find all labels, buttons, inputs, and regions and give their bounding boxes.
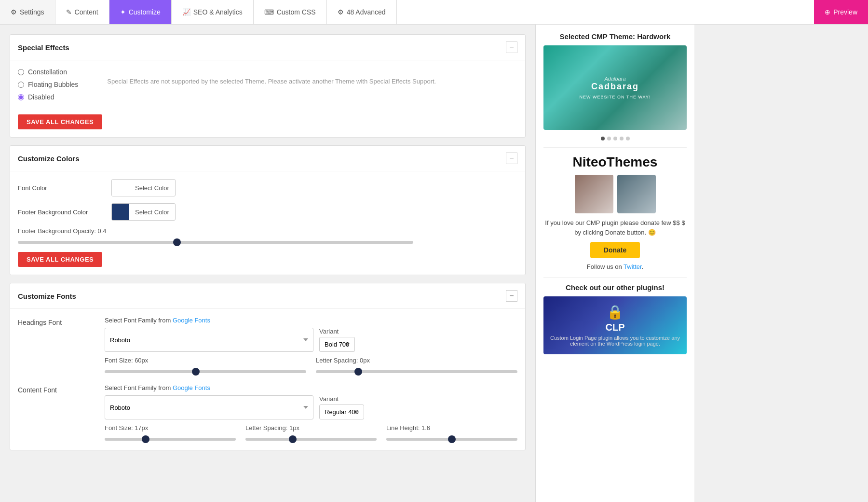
- customize-fonts-panel: Customize Fonts − Headings Font Select F…: [10, 283, 526, 450]
- theme-carousel-dots: [543, 137, 687, 140]
- opacity-slider-group: Footer Background Opacity: 0.4: [18, 227, 517, 245]
- content-font-controls: Select Font Family from Google Fonts Rob…: [105, 384, 517, 442]
- tab-css[interactable]: ⌨ Custom CSS: [254, 0, 327, 24]
- customize-colors-body: Font Color Select Color Footer Backgroun…: [10, 171, 525, 275]
- customize-colors-panel: Customize Colors − Font Color Select Col…: [10, 145, 526, 275]
- dot-2[interactable]: [607, 137, 611, 140]
- other-plugins-section: Check out our other plugins! 🔒 CLP Custo…: [543, 283, 687, 354]
- special-effects-panel: Special Effects − Constellation Floating…: [10, 34, 526, 138]
- donate-button[interactable]: Donate: [590, 242, 640, 258]
- special-effects-toggle[interactable]: −: [506, 42, 517, 53]
- tab-settings[interactable]: ⚙ Settings: [0, 0, 55, 24]
- font-color-swatch: [112, 180, 129, 196]
- headings-variant-col: Variant Bold 700: [319, 328, 517, 352]
- option-disabled[interactable]: Disabled: [18, 93, 78, 101]
- headings-google-fonts-link[interactable]: Google Fonts: [173, 317, 210, 324]
- content-sliders: Font Size: 17px Letter Spacing: 1px Line…: [105, 424, 517, 442]
- disabled-radio[interactable]: [18, 94, 24, 100]
- seo-icon: 📈: [182, 8, 190, 16]
- content-icon: ✎: [66, 8, 72, 16]
- font-color-button[interactable]: Select Color: [111, 179, 176, 196]
- niteo-section: NiteoThemes If you love our CMP plugin p…: [543, 147, 687, 278]
- tab-seo[interactable]: 📈 SEO & Analytics: [172, 0, 254, 24]
- tab-customize[interactable]: ✦ Customize: [109, 0, 172, 24]
- customize-fonts-toggle[interactable]: −: [506, 290, 517, 302]
- tab-content[interactable]: ✎ Content: [55, 0, 109, 24]
- footer-bg-color-swatch: [112, 204, 129, 220]
- dot-3[interactable]: [613, 137, 617, 140]
- headings-font-controls: Select Font Family from Google Fonts Rob…: [105, 317, 517, 375]
- headings-sliders: Font Size: 60px Letter Spacing: 0px: [105, 357, 517, 375]
- content-line-height-group: Line Height: 1.6: [386, 424, 517, 442]
- avatar-1: [575, 175, 613, 213]
- dot-5[interactable]: [626, 137, 630, 140]
- headings-font-family-select[interactable]: Roboto: [105, 328, 313, 352]
- font-color-row: Font Color Select Color: [18, 179, 517, 196]
- content-google-fonts-link[interactable]: Google Fonts: [173, 384, 210, 391]
- opacity-slider[interactable]: [18, 241, 413, 244]
- follow-text: Follow us on Twitter.: [543, 263, 687, 270]
- avatar-2: [617, 175, 656, 213]
- special-effects-body: Constellation Floating Bubbles Disabled …: [10, 60, 525, 137]
- headings-font-selects: Roboto Variant Bold 700: [105, 328, 517, 352]
- headings-variant-select[interactable]: Bold 700: [319, 337, 355, 352]
- plugin-lock-icon: 🔒: [607, 304, 624, 320]
- css-icon: ⌨: [264, 8, 274, 16]
- plugin-label: CLP: [606, 322, 625, 333]
- customize-fonts-header: Customize Fonts −: [10, 283, 525, 309]
- content-font-selects: Roboto Variant Regular 400: [105, 395, 517, 419]
- twitter-link[interactable]: Twitter: [624, 263, 642, 270]
- option-constellation[interactable]: Constellation: [18, 68, 78, 76]
- opacity-label: Footer Background Opacity: 0.4: [18, 227, 517, 235]
- niteo-description: If you love our CMP plugin please donate…: [543, 218, 687, 237]
- plugin-description: Custom Login Page plugin allows you to c…: [543, 335, 687, 347]
- other-plugins-title: Check out our other plugins!: [543, 283, 687, 292]
- headings-letter-spacing-slider[interactable]: [316, 370, 517, 373]
- niteo-avatars: [543, 175, 687, 213]
- special-effects-header: Special Effects −: [10, 35, 525, 60]
- main-content: Special Effects − Constellation Floating…: [0, 25, 535, 502]
- footer-bg-color-label: Footer Background Color: [18, 209, 105, 216]
- constellation-radio[interactable]: [18, 69, 24, 75]
- option-floating-bubbles[interactable]: Floating Bubbles: [18, 81, 78, 88]
- preview-icon: ⊕: [825, 8, 830, 16]
- content-font-label-col: Content Font: [18, 384, 95, 442]
- special-effects-title: Special Effects: [18, 43, 69, 52]
- sidebar: Selected CMP Theme: Hardwork Adalbara Ca…: [535, 25, 694, 502]
- special-effects-save-button[interactable]: SAVE ALL CHANGES: [18, 114, 102, 129]
- tab-preview[interactable]: ⊕ Preview: [814, 0, 868, 24]
- headings-font-size-group: Font Size: 60px: [105, 357, 306, 375]
- content-line-height-slider[interactable]: [386, 438, 517, 441]
- content-font-row: Content Font Select Font Family from Goo…: [18, 384, 517, 442]
- special-effects-note: Special Effects are not supported by the…: [93, 68, 450, 109]
- plugin-preview: 🔒 CLP Custom Login Page plugin allows yo…: [543, 296, 687, 354]
- content-letter-spacing-slider[interactable]: [245, 438, 377, 441]
- content-variant-select[interactable]: Regular 400: [319, 404, 364, 419]
- content-font-select-label: Select Font Family from Google Fonts: [105, 384, 517, 391]
- headings-letter-spacing-group: Letter Spacing: 0px: [316, 357, 517, 375]
- customize-colors-header: Customize Colors −: [10, 146, 525, 171]
- top-navigation: ⚙ Settings ✎ Content ✦ Customize 📈 SEO &…: [0, 0, 868, 25]
- colors-save-button[interactable]: SAVE ALL CHANGES: [18, 252, 102, 267]
- theme-preview-image: Adalbara Cadbarag NEW WEBSITE ON THE WAY…: [543, 45, 687, 130]
- content-letter-spacing-group: Letter Spacing: 1px: [245, 424, 377, 442]
- tab-advanced[interactable]: ⚙ 48 Advanced: [327, 0, 397, 24]
- content-font-size-slider[interactable]: [105, 438, 236, 441]
- floating-bubbles-radio[interactable]: [18, 82, 24, 88]
- niteo-title: NiteoThemes: [543, 154, 687, 170]
- dot-4[interactable]: [620, 137, 624, 140]
- special-effects-options: Constellation Floating Bubbles Disabled: [18, 68, 78, 101]
- customize-icon: ✦: [120, 8, 126, 16]
- dot-1[interactable]: [601, 137, 605, 140]
- footer-bg-color-button[interactable]: Select Color: [111, 203, 176, 221]
- headings-font-select-label: Select Font Family from Google Fonts: [105, 317, 517, 324]
- headings-font-size-slider[interactable]: [105, 370, 306, 373]
- content-font-family-select[interactable]: Roboto: [105, 395, 313, 419]
- customize-fonts-body: Headings Font Select Font Family from Go…: [10, 309, 525, 450]
- customize-colors-title: Customize Colors: [18, 154, 80, 163]
- customize-colors-toggle[interactable]: −: [506, 153, 517, 164]
- theme-preview-section: Selected CMP Theme: Hardwork Adalbara Ca…: [543, 32, 687, 140]
- content-variant-col: Variant Regular 400: [319, 395, 517, 419]
- settings-icon: ⚙: [11, 8, 17, 16]
- advanced-icon: ⚙: [338, 8, 344, 16]
